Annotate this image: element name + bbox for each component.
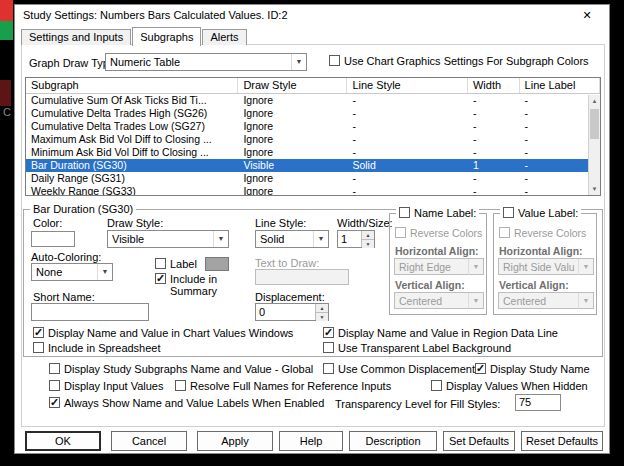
table-row[interactable]: Cumulative Delta Trades Low (SG27)Ignore… (26, 120, 600, 133)
always-show-labels-checkbox[interactable]: Always Show Name and Value Labels When E… (49, 397, 324, 409)
table-cell: Minimum Ask Bid Vol Diff to Closing ... (26, 146, 238, 159)
chevron-down-icon: ▼ (97, 264, 112, 280)
table-cell: - (347, 107, 468, 120)
spinner-arrows[interactable]: ▲▼ (361, 231, 374, 247)
auto-coloring-dropdown[interactable]: None ▼ (31, 263, 113, 281)
ok-button[interactable]: OK (25, 431, 101, 451)
displacement-label: Displacement: (255, 291, 325, 303)
display-subgraphs-global-checkbox[interactable]: Display Study Subgraphs Name and Value -… (49, 363, 313, 375)
group-title: Bar Duration (SG30) (30, 203, 136, 215)
spin-up-icon[interactable]: ▲ (362, 231, 374, 239)
display-values-hidden-checkbox[interactable]: Display Values When Hidden (431, 380, 588, 392)
table-row[interactable]: Daily Range (SG31)Ignore--- (26, 172, 600, 185)
checkbox-box (175, 380, 186, 391)
checkbox-label: Value Label: (518, 207, 578, 219)
vl-reverse-colors-checkbox: Reverse Colors (499, 227, 586, 239)
resolve-full-names-checkbox[interactable]: Resolve Full Names for Reference Inputs (175, 380, 391, 392)
dropdown-value: Solid (256, 233, 313, 245)
width-size-spinner[interactable]: 1 ▲▼ (337, 230, 375, 248)
draw-style-dropdown[interactable]: Visible ▼ (107, 230, 229, 248)
subgraph-color-swatch[interactable] (31, 231, 75, 247)
spinner-arrows[interactable]: ▲▼ (315, 304, 328, 320)
nl-reverse-colors-checkbox: Reverse Colors (395, 227, 482, 239)
vl-horizontal-align-dropdown: Right Side Valu ▼ (498, 258, 594, 275)
nl-vertical-align-dropdown: Centered ▼ (394, 292, 484, 309)
close-icon[interactable]: ✕ (573, 6, 601, 24)
spin-up-icon[interactable]: ▲ (316, 304, 328, 312)
spinner-value: 1 (338, 231, 361, 247)
display-chart-values-checkbox[interactable]: Display Name and Value in Chart Values W… (33, 327, 293, 339)
subgraph-table-body: Cumulative Sum Of Ask Ticks Bid Ti...Ign… (26, 94, 600, 195)
table-row[interactable]: Weekly Range (SG33)Ignore--- (26, 185, 600, 195)
column-header[interactable]: Width (468, 78, 520, 93)
spin-down-icon[interactable]: ▼ (316, 312, 328, 321)
displacement-spinner[interactable]: 0 ▲▼ (255, 303, 329, 321)
checkbox-box (503, 207, 514, 218)
transparency-label: Transparency Level for Fill Styles: (335, 398, 500, 410)
scrollbar-thumb[interactable] (590, 109, 599, 139)
name-label-group: Name Label: Reverse Colors Horizontal Al… (389, 213, 487, 315)
cancel-button[interactable]: Cancel (111, 431, 187, 451)
use-common-displacement-checkbox[interactable]: Use Common Displacement (323, 363, 475, 375)
scroll-up-icon[interactable]: ▲ (589, 95, 600, 107)
table-cell: Cumulative Delta Trades Low (SG27) (26, 120, 238, 133)
table-scrollbar[interactable]: ▲ ▼ (588, 95, 600, 195)
table-row[interactable]: Cumulative Delta Trades High (SG26)Ignor… (26, 107, 600, 120)
display-study-name-checkbox[interactable]: Display Study Name (475, 363, 590, 375)
display-region-data-checkbox[interactable]: Display Name and Value in Region Data Li… (323, 327, 558, 339)
checkbox-label: Display Study Subgraphs Name and Value -… (64, 363, 313, 375)
subgraph-table-header: SubgraphDraw StyleLine StyleWidthLine La… (26, 78, 600, 94)
transparent-label-bg-checkbox[interactable]: Use Transparent Label Background (323, 342, 511, 354)
name-label-checkbox[interactable]: Name Label: (396, 207, 479, 219)
column-header[interactable]: Draw Style (238, 78, 347, 93)
table-row[interactable]: Bar Duration (SG30)VisibleSolid1- (26, 159, 600, 172)
description-button[interactable]: Description (349, 431, 437, 451)
display-input-values-checkbox[interactable]: Display Input Values (49, 380, 163, 392)
tab-subgraphs[interactable]: Subgraphs (132, 27, 201, 46)
scroll-down-icon[interactable]: ▼ (589, 183, 600, 195)
table-cell: Ignore (238, 120, 347, 133)
table-cell: - (468, 133, 520, 146)
table-cell: - (468, 172, 520, 185)
table-cell: 1 (468, 159, 520, 172)
nl-horizontal-align-dropdown: Right Edge ▼ (394, 258, 484, 275)
scrollbar-track[interactable] (589, 141, 600, 183)
table-cell: - (468, 94, 520, 107)
label-checkbox[interactable]: Label (155, 258, 197, 270)
value-label-checkbox[interactable]: Value Label: (500, 207, 581, 219)
table-row[interactable]: Minimum Ask Bid Vol Diff to Closing ...I… (26, 146, 600, 159)
table-row[interactable]: Maximum Ask Bid Vol Diff to Closing ...I… (26, 133, 600, 146)
titlebar[interactable]: Study Settings: Numbers Bars Calculated … (15, 5, 609, 25)
table-cell: Maximum Ask Bid Vol Diff to Closing ... (26, 133, 238, 146)
set-defaults-button[interactable]: Set Defaults (443, 431, 515, 451)
column-header[interactable]: Line Style (347, 78, 468, 93)
table-cell: - (347, 120, 468, 133)
include-in-summary-checkbox[interactable]: Include in Summary (155, 273, 232, 297)
graph-draw-type-dropdown[interactable]: Numeric Table ▼ (105, 53, 307, 71)
nl-horizontal-align-label: Horizontal Align: (395, 245, 479, 257)
checkbox-label: Use Chart Graphics Settings For Subgraph… (344, 55, 589, 67)
apply-button[interactable]: Apply (197, 431, 273, 451)
column-header[interactable]: Subgraph (26, 78, 238, 93)
include-in-spreadsheet-checkbox[interactable]: Include in Spreadsheet (33, 342, 161, 354)
table-cell: - (347, 185, 468, 195)
column-header[interactable]: Line Label (520, 78, 600, 93)
line-style-label: Line Style: (255, 217, 306, 229)
tab-settings-and-inputs[interactable]: Settings and Inputs (21, 29, 131, 45)
dropdown-value: Visible (108, 233, 213, 245)
label-color-swatch[interactable] (205, 257, 229, 271)
checkbox-label: Display Name and Value in Region Data Li… (338, 327, 558, 339)
checkbox-label: Use Common Displacement (338, 363, 475, 375)
transparency-input[interactable]: 75 (515, 394, 561, 411)
short-name-input[interactable] (31, 303, 149, 321)
tab-alerts[interactable]: Alerts (202, 29, 246, 45)
table-row[interactable]: Cumulative Sum Of Ask Ticks Bid Ti...Ign… (26, 94, 600, 107)
reset-defaults-button[interactable]: Reset Defaults (521, 431, 603, 451)
auto-coloring-label: Auto-Coloring: (31, 251, 101, 263)
table-cell: - (468, 146, 520, 159)
spin-down-icon[interactable]: ▼ (362, 239, 374, 248)
line-style-dropdown[interactable]: Solid ▼ (255, 230, 329, 248)
help-button[interactable]: Help (279, 431, 343, 451)
checkbox-box (395, 227, 406, 238)
use-chart-graphics-checkbox[interactable]: Use Chart Graphics Settings For Subgraph… (329, 55, 589, 67)
